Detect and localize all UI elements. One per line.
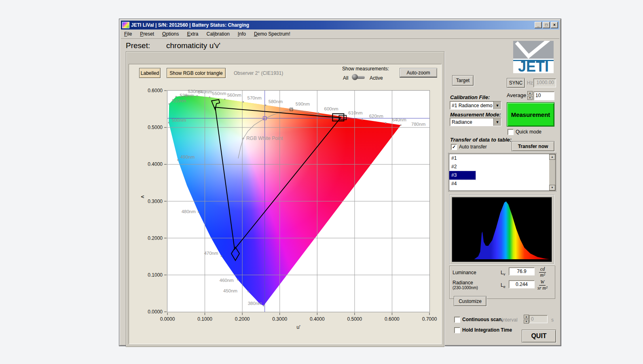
spinner-down-icon[interactable]: ▼ — [524, 320, 529, 324]
white-point-label: RGB White Point — [246, 135, 283, 141]
menu-item-calibration[interactable]: Calibration — [206, 31, 229, 37]
interval-spinner[interactable]: ▲ ▼ — [524, 315, 529, 324]
window-title: JETI LiVal | S/N: 2012560 | Battery Stat… — [131, 22, 534, 28]
transfer-now-button[interactable]: Transfer now — [512, 141, 554, 151]
wavelength-label: 500nm — [172, 118, 186, 123]
locus-tick — [265, 105, 266, 106]
wavelength-label: 590nm — [296, 102, 310, 106]
calibration-file-dropdown[interactable]: #1 Radiance demo ▼ — [450, 101, 501, 110]
locus-tick — [186, 95, 187, 96]
locus-tick — [237, 279, 238, 280]
show-measurements-label: Show measurements: — [342, 66, 389, 72]
wavelength-label: 580nm — [269, 99, 283, 104]
quick-mode-label: Quick mode — [516, 129, 541, 135]
hold-integration-checkbox[interactable] — [454, 327, 460, 333]
luminance-value: 76.9 — [509, 267, 535, 275]
menu-item-preset[interactable]: Preset — [140, 31, 154, 37]
wavelength-label: 620nm — [369, 114, 383, 119]
observer-label: Observer 2° (CIE1931) — [234, 70, 283, 76]
menu-item-demo-spectrum[interactable]: Demo Spectrum! — [254, 31, 290, 37]
scroll-up-icon[interactable]: ▲ — [549, 154, 555, 160]
quit-button[interactable]: QUIT — [522, 330, 556, 343]
show-rgb-triangle-button[interactable]: Show RGB color triangle — [167, 68, 226, 78]
spinner-down-icon[interactable]: ▼ — [527, 96, 533, 100]
measurement-button[interactable]: Measurement — [507, 102, 554, 127]
auto-transfer-checkbox[interactable]: ✓ — [451, 144, 457, 150]
menubar: FilePresetOptionsExtraCalibrationInfoDem… — [121, 30, 559, 39]
list-item[interactable]: #4 — [449, 180, 476, 188]
y-tick-label: 0.4000 — [148, 161, 163, 167]
chart-panel: Labelled Show RGB color triangle Observe… — [126, 51, 444, 347]
calibration-file-value: #1 Radiance demo — [452, 103, 493, 108]
locus-tick — [178, 159, 179, 161]
spinner-up-icon[interactable]: ▲ — [524, 315, 529, 319]
menu-item-options[interactable]: Options — [162, 31, 179, 37]
locus-tick — [169, 104, 170, 105]
x-axis-label: u' — [296, 324, 300, 330]
interval-label: interval — [502, 317, 518, 323]
quick-mode-checkbox[interactable] — [508, 129, 514, 135]
wavelength-label: 470nm — [204, 251, 218, 256]
measurement-listbox[interactable]: #1#2#3#4 ▲ ▼ — [449, 154, 556, 191]
jeti-logo-icon: JETI — [513, 41, 554, 73]
maximize-button[interactable]: □ — [543, 22, 550, 28]
y-tick-label: 0.5000 — [148, 125, 163, 130]
auto-zoom-button[interactable]: Auto-zoom — [400, 68, 437, 78]
average-field[interactable]: 10 — [533, 91, 554, 100]
menu-item-file[interactable]: File — [124, 31, 132, 37]
list-item[interactable]: #1 — [449, 154, 476, 163]
interval-unit-label: s — [551, 317, 554, 323]
locus-tick — [263, 305, 264, 306]
wavelength-label: 560nm — [227, 93, 241, 97]
measurement-mode-label: Measurement Mode: — [450, 112, 501, 118]
list-item[interactable]: #3 — [449, 171, 476, 180]
minimize-button[interactable]: _ — [535, 22, 542, 28]
preset-row: Preset: chromaticity u'v' — [126, 41, 150, 50]
hold-integration-label: Hold Integration Time — [462, 327, 512, 333]
wavelength-label: 780nm — [411, 122, 425, 127]
average-label: Average — [507, 92, 526, 98]
wavelength-label: 640nm — [392, 117, 406, 122]
labelled-button[interactable]: Labelled — [139, 68, 161, 78]
list-scrollbar[interactable]: ▲ ▼ — [549, 154, 555, 190]
spinner-up-icon[interactable]: ▲ — [527, 91, 533, 95]
target-button[interactable]: Target — [452, 75, 474, 86]
close-button[interactable]: × — [551, 22, 558, 28]
rgb-color-triangle — [215, 107, 341, 249]
spectrum-curve — [452, 197, 552, 262]
x-tick-label: 0.0000 — [160, 316, 175, 322]
luminance-unit: cdm² — [539, 267, 546, 277]
chevron-down-icon[interactable]: ▼ — [493, 118, 501, 126]
x-tick-label: 0.7000 — [422, 316, 437, 322]
list-item[interactable]: #2 — [449, 163, 476, 171]
frequency-field[interactable]: 1000.00 — [533, 78, 556, 87]
chromaticity-plot[interactable]: 0.00000.10000.20000.30000.40000.50000.60… — [167, 90, 430, 312]
x-tick-label: 0.2000 — [235, 316, 250, 322]
y-tick-label: 0.3000 — [148, 199, 163, 204]
app-window: JETI LiVal | S/N: 2012560 | Battery Stat… — [119, 19, 561, 346]
y-tick-label: 0.0000 — [148, 309, 163, 315]
locus-tick — [224, 99, 225, 100]
toggle-all-label: All — [343, 75, 348, 81]
measurement-mode-dropdown[interactable]: Radiance ▼ — [450, 118, 501, 126]
luminance-label: Luminance — [453, 270, 476, 275]
radiance-range-label: (230-1000nm) — [453, 286, 478, 290]
locus-tick — [318, 112, 319, 114]
all-active-toggle[interactable] — [352, 74, 366, 80]
scroll-down-icon[interactable]: ▼ — [549, 185, 555, 190]
menu-item-info[interactable]: Info — [238, 31, 246, 37]
continuous-scan-checkbox[interactable] — [454, 317, 460, 323]
sync-button[interactable]: SYNC — [507, 78, 525, 88]
measurement-mode-value: Radiance — [452, 119, 472, 125]
x-tick-label: 0.5000 — [347, 316, 362, 322]
plot-overlay: 0.00000.10000.20000.30000.40000.50000.60… — [167, 91, 429, 312]
interval-field[interactable]: 0 — [529, 315, 548, 323]
radiance-unit: Wsr m² — [537, 279, 548, 290]
customize-button[interactable]: Customize — [454, 296, 486, 306]
menu-item-extra[interactable]: Extra — [187, 31, 198, 37]
average-spinner[interactable]: ▲ ▼ — [527, 91, 533, 100]
chevron-down-icon[interactable]: ▼ — [493, 102, 501, 109]
preset-value: chromaticity u'v' — [166, 41, 220, 50]
transfer-data-label: Transfer of data to table: — [450, 137, 512, 143]
locus-tick — [400, 125, 402, 126]
